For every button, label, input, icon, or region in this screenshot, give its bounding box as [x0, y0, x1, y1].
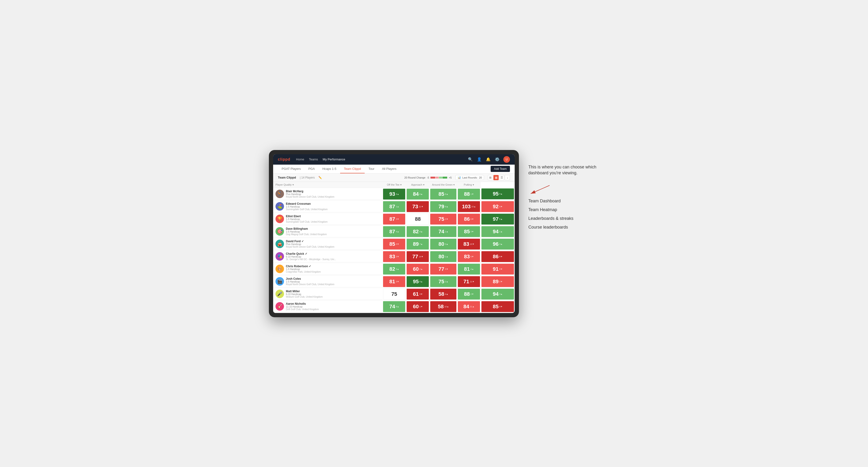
page-wrapper: clippd Home Teams My Performance 🔍 👤 🔔 ⚙… [269, 150, 599, 317]
player-cell[interactable]: 🎭 Charlie Quick ✓ 6-10 Handicap St. Geor… [273, 250, 382, 263]
score-cell-3: 71 11▼ [457, 275, 481, 288]
player-avatar: 🎸 [276, 302, 284, 311]
last-rounds-selector[interactable]: 📊 Last Rounds: 20 [456, 175, 484, 180]
score-value: 84 [464, 304, 469, 310]
score-cell-3: 85 3▼ [457, 225, 481, 238]
bell-icon[interactable]: 🔔 [486, 157, 491, 162]
score-value: 75 [438, 279, 444, 285]
avatar[interactable]: U [503, 156, 510, 163]
tab-tour[interactable]: Tour [365, 165, 378, 173]
list-view-button[interactable]: ☰ [499, 175, 504, 180]
score-change: 3▼ [396, 243, 399, 245]
table-row: 🎬 Josh Coles 1-5 Handicap Royal North De… [273, 275, 515, 288]
player-handicap: 11-15 Handicap [286, 305, 319, 308]
player-avatar: 🎨 [276, 264, 284, 273]
score-change: 9▲ [499, 193, 503, 195]
player-handicap: Plus Handicap [286, 193, 335, 195]
tablet-frame: clippd Home Teams My Performance 🔍 👤 🔔 ⚙… [269, 150, 519, 317]
score-change: 7▲ [420, 243, 423, 245]
player-cell[interactable]: 🎯 Dave Billingham 1-5 Handicap Gog Magog… [273, 225, 382, 238]
score-cell-2: 58 4▲ [430, 288, 457, 300]
nav-my-performance[interactable]: My Performance [323, 157, 345, 162]
nav-home[interactable]: Home [296, 157, 304, 162]
annotation-arrow [528, 183, 552, 195]
tab-team-clippd[interactable]: Team Clippd [340, 165, 365, 173]
add-team-button[interactable]: Add Team [491, 166, 510, 172]
score-box: 89 7▲ [407, 239, 429, 250]
grid-view-button[interactable]: ⊞ [488, 175, 493, 180]
score-box: 77 14▼ [407, 251, 429, 262]
score-change: 1▼ [420, 305, 423, 308]
player-handicap: 6-10 Handicap [286, 255, 336, 258]
score-cell-3: 83 6▼ [457, 250, 481, 263]
score-value: 88 [464, 191, 470, 197]
player-cell[interactable]: 🎤 Matt Miller 6-10 Handicap Woburn Golf … [273, 288, 382, 300]
player-cell[interactable]: 🏌️ Blair McHarg Plus Handicap Royal Nort… [273, 188, 382, 200]
annotation-panel: This is where you can choose which dashb… [528, 150, 599, 230]
edit-icon[interactable]: ✏️ [318, 176, 322, 179]
score-cell-2: 80 3▲ [430, 238, 457, 250]
team-header: Team Clippd | 14 Players ✏️ 20 Round Cha… [273, 174, 515, 182]
settings-icon[interactable]: ⚙️ [494, 157, 500, 162]
player-info: David Ford ✓ Plus Handicap Royal North D… [286, 240, 335, 248]
option-team-dashboard: Team Dashboard [528, 198, 599, 204]
nav-links: Home Teams My Performance [296, 157, 462, 162]
heatmap-view-button[interactable]: ▦ [493, 175, 499, 180]
score-box: 95 8▲ [407, 276, 429, 287]
player-cell[interactable]: 🎨 Chris Robertson ✓ 1-5 Handicap Craigmi… [273, 263, 382, 275]
player-club: Craigmillar Park, United Kingdom [286, 271, 321, 273]
player-table: Player Quality ▾ Off the Tee ▾ Approach … [273, 182, 515, 313]
score-change: 5▲ [499, 218, 503, 220]
score-value: 82 [413, 228, 418, 235]
col-header-putting: Putting ▾ [457, 182, 481, 188]
player-cell[interactable]: 🎪 David Ford ✓ Plus Handicap Royal North… [273, 238, 382, 250]
player-info: Charlie Quick ✓ 6-10 Handicap St. George… [286, 252, 336, 261]
score-box: 75 [383, 289, 405, 300]
score-box: 83 3▼ [383, 251, 405, 262]
score-cell-3: 86 6▼ [457, 213, 481, 225]
player-name: Edward Crossman [286, 202, 328, 206]
player-name: Chris Robertson ✓ [286, 264, 321, 268]
score-box: 87 1▲ [383, 201, 405, 212]
tab-pgat-players[interactable]: PGAT Players [278, 165, 305, 173]
player-cell[interactable]: ⛳ Edward Crossman 1-5 Handicap Sunningda… [273, 200, 382, 213]
score-value: 77 [412, 253, 418, 260]
player-cell[interactable]: 🎬 Josh Coles 1-5 Handicap Royal North De… [273, 275, 382, 288]
profile-icon[interactable]: 👤 [476, 157, 482, 162]
score-change: 3▲ [396, 268, 399, 270]
download-button[interactable]: ↓ [505, 175, 510, 180]
score-cell-3: 88 2▼ [457, 288, 481, 300]
player-club: Drift Golf Club, United Kingdom [286, 308, 319, 311]
score-cell-0: 87 3▼ [382, 213, 406, 225]
last-rounds-icon: 📊 [458, 176, 461, 179]
score-box: 79 9▲ [430, 201, 456, 212]
score-value: 85 [464, 228, 470, 235]
score-box: 86 6▼ [458, 214, 480, 224]
score-cell-4: 89 2▼ [481, 275, 515, 288]
player-handicap: 1-5 Handicap [286, 218, 328, 220]
player-avatar: 🎭 [276, 252, 284, 261]
score-box: 85 4▼ [482, 301, 514, 312]
score-cell-1: 61 3▼ [406, 288, 430, 300]
score-cell-1: 82 4▲ [406, 225, 430, 238]
player-handicap: 6-10 Handicap [286, 293, 323, 295]
tab-hcaps[interactable]: Hcaps 1-5 [319, 165, 340, 173]
score-change: 21▲ [470, 305, 474, 308]
score-box: 83 10▼ [458, 239, 480, 250]
score-box: 91 3▼ [482, 264, 514, 275]
score-change: 2▲ [420, 268, 423, 270]
score-box: 93 9▲ [383, 189, 405, 199]
score-box: 82 3▲ [383, 264, 405, 275]
score-change: 9▲ [445, 206, 448, 208]
score-change: 1▲ [499, 230, 503, 233]
score-value: 85 [390, 241, 395, 247]
player-cell[interactable]: 🎸 Aaron Nicholls 11-15 Handicap Drift Go… [273, 300, 382, 313]
nav-teams[interactable]: Teams [309, 157, 318, 162]
player-cell[interactable]: 🏆 Elliot Ebert 1-5 Handicap Sunningdale … [273, 213, 382, 225]
tab-all-players[interactable]: All Players [378, 165, 400, 173]
score-change: 8▼ [499, 255, 503, 258]
search-icon[interactable]: 🔍 [467, 157, 473, 162]
score-box: 85 3▼ [458, 226, 480, 237]
table-row: 🎪 David Ford ✓ Plus Handicap Royal North… [273, 238, 515, 250]
tab-pga[interactable]: PGA [305, 165, 318, 173]
